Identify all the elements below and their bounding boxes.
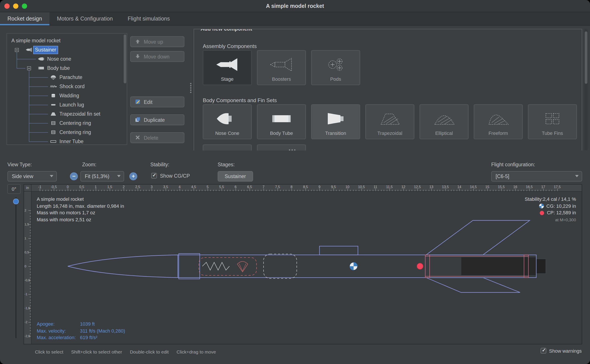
ruler-tick: [244, 190, 244, 191]
ruler-tick: [29, 286, 31, 286]
mach-text: at M=0,300: [525, 216, 576, 223]
motor-overhang: [536, 259, 546, 274]
rotation-angle-box: 0°: [7, 184, 20, 194]
tab-motors-configuration[interactable]: Motors & Configuration: [49, 12, 120, 25]
ruler-tick: [71, 190, 71, 191]
tree-item-centering-ring[interactable]: Centering ring: [7, 128, 123, 137]
ruler-label: 17: [541, 185, 545, 189]
rocket-view-canvas[interactable]: in -1-0,500,511,522,533,544,555,566,577,…: [24, 184, 582, 344]
tab-flight-simulations[interactable]: Flight simulations: [120, 12, 177, 25]
flight-configuration-select[interactable]: [C6-5]: [491, 171, 582, 182]
ruler-label: 5: [207, 185, 209, 189]
ruler-label: 4,5: [191, 185, 196, 189]
rocket-info-line: Mass with no motors 1,7 oz: [37, 209, 124, 216]
show-warnings-control[interactable]: Show warnings: [541, 348, 582, 353]
ruler-tick: [496, 190, 496, 191]
ruler-tick: [168, 190, 169, 191]
show-warnings-checkbox[interactable]: [541, 348, 547, 353]
component-button-trapezoidal[interactable]: Trapezoidal: [365, 104, 414, 139]
chevron-down-icon: [50, 175, 53, 177]
horizontal-splitter-handle[interactable]: [289, 149, 295, 150]
component-button-label: Stage: [221, 76, 234, 82]
ruler-tick: [420, 190, 421, 191]
component-button-elliptical[interactable]: Elliptical: [420, 104, 469, 139]
ruler-tick: [331, 190, 331, 191]
rotation-slider-thumb[interactable]: [13, 199, 19, 204]
tree-scrollbar-thumb[interactable]: [124, 34, 126, 83]
ruler-tick: [29, 241, 31, 241]
component-button-transition[interactable]: Transition: [311, 104, 360, 139]
ruler-tick: [29, 219, 31, 219]
zoom-select[interactable]: Fit (51,3%): [80, 171, 124, 182]
show-warnings-label: Show warnings: [549, 348, 582, 353]
zoom-window-button[interactable]: [22, 4, 27, 9]
ruler-tick: [512, 190, 513, 191]
component-button-clipped[interactable]: [257, 144, 306, 150]
ruler-label: -0,5: [51, 185, 57, 189]
rotation-slider-track[interactable]: [15, 197, 17, 338]
ruler-tick: [205, 190, 205, 191]
tree-item-inner-tube[interactable]: Inner Tube: [7, 137, 123, 145]
rocket-info-line: Length 16,748 in, max. diameter 0,984 in: [37, 203, 124, 209]
panel-splitter-handle[interactable]: [190, 83, 191, 93]
fin-icon: [50, 111, 57, 117]
move-down-button[interactable]: Move down: [130, 51, 184, 62]
tab-rocket-design[interactable]: Rocket design: [0, 12, 49, 25]
parachute-icon: [50, 75, 57, 80]
component-tree-panel: A simple model rocketSustainerNose coneB…: [7, 33, 127, 145]
component-button-stage[interactable]: Stage: [203, 50, 252, 85]
delete-button[interactable]: Delete: [130, 132, 184, 143]
ruler-tick: [339, 190, 340, 191]
duplicate-button[interactable]: Duplicate: [130, 114, 184, 125]
ruler-tick: [143, 190, 144, 191]
tree-expander-icon[interactable]: [15, 48, 19, 52]
component-button-clipped[interactable]: [203, 144, 252, 150]
view-type-select[interactable]: Side view: [7, 171, 57, 182]
ruler-label: 14: [457, 185, 461, 189]
ruler-label: 13: [429, 185, 433, 189]
ruler-tick: [507, 190, 507, 191]
zoom-in-button[interactable]: +: [129, 172, 137, 180]
hint-text: Click to select: [35, 349, 63, 354]
tree-guide-line: [29, 96, 48, 96]
component-button-freeform[interactable]: Freeform: [474, 104, 523, 139]
tree-item-parachute[interactable]: Parachute: [7, 73, 123, 82]
ruler-tick: [462, 190, 463, 191]
ruler-tick: [85, 190, 85, 191]
move-up-button[interactable]: Move up: [130, 36, 184, 47]
component-panel-scrollbar[interactable]: [584, 29, 588, 150]
ruler-tick: [29, 213, 31, 214]
close-window-button[interactable]: [4, 4, 10, 9]
show-cgcp-checkbox[interactable]: [151, 173, 157, 178]
vertical-ruler: -2,5-2-1,5-1-0,500,511,52: [24, 192, 32, 344]
duplicate-icon: [135, 117, 140, 123]
ruler-tick: [272, 190, 272, 191]
ruler-label: 9,5: [331, 185, 336, 189]
tree-item-a-simple-model-rocket[interactable]: A simple model rocket: [7, 36, 123, 46]
component-button-label: Tube Fins: [542, 130, 563, 136]
component-button-tube-fins[interactable]: Tube Fins: [528, 104, 577, 139]
tree-item-sustainer[interactable]: Sustainer: [7, 46, 123, 55]
cg-icon: [539, 204, 544, 209]
ruler-tick: [154, 190, 155, 191]
ruler-tick: [29, 260, 31, 261]
tree-item-shock-cord[interactable]: Shock cord: [7, 82, 123, 91]
tree-expander-icon[interactable]: [27, 66, 31, 70]
ruler-tick: [328, 190, 328, 191]
tree-item-wadding[interactable]: Wadding: [7, 91, 123, 100]
component-button-boosters[interactable]: Boosters: [257, 50, 306, 85]
component-button-nose-cone[interactable]: Nose Cone: [203, 104, 252, 139]
tree-item-launch-lug[interactable]: Launch lug: [7, 100, 123, 110]
component-button-pods[interactable]: Pods: [311, 50, 360, 85]
component-panel-scrollbar-thumb[interactable]: [585, 32, 587, 84]
edit-button[interactable]: Edit: [130, 97, 184, 107]
tree-item-trapezoidal-fin-set[interactable]: Trapezoidal fin set: [7, 110, 123, 119]
ruler-label: 14,5: [470, 185, 476, 189]
component-button-body-tube[interactable]: Body Tube: [257, 104, 306, 139]
show-cgcp-control[interactable]: Show CG/CP: [151, 173, 190, 178]
stage-toggle-sustainer[interactable]: Sustainer: [218, 171, 253, 182]
zoom-out-button[interactable]: −: [70, 172, 78, 180]
ruler-tick: [76, 190, 76, 191]
minimize-window-button[interactable]: [13, 4, 18, 9]
tree-item-centering-ring[interactable]: Centering ring: [7, 119, 123, 128]
